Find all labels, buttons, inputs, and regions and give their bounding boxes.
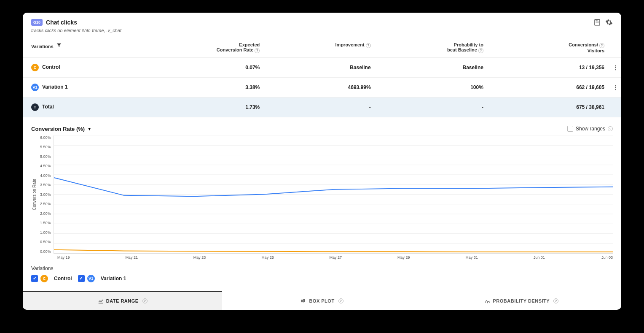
svg-rect-2 xyxy=(596,22,599,22)
report-icon[interactable] xyxy=(593,19,601,26)
cell-rate: 3.38% xyxy=(141,77,268,97)
col-prob-2: beat Baseline xyxy=(447,47,477,52)
cell-rate: 1.73% xyxy=(141,97,268,117)
box-plot-icon xyxy=(301,298,306,304)
table-row: CControl 0.07% Baseline Baseline 13 / 19… xyxy=(23,57,621,77)
cell-probability: - xyxy=(379,97,492,117)
variation-name: Variation 1 xyxy=(42,84,68,90)
chart-plot xyxy=(54,135,613,254)
cell-conversions: 675 / 38,961 xyxy=(492,97,621,117)
col-improvement: Improvement xyxy=(335,42,365,47)
variation-chip: V1 xyxy=(87,275,95,282)
variation-name: Total xyxy=(42,104,54,110)
tab-date-range[interactable]: DATE RANGE ? xyxy=(23,291,222,310)
legend-label: Control xyxy=(54,276,72,282)
view-tabs: DATE RANGE ? BOX PLOT ? PROBABILITY DENS… xyxy=(23,291,621,310)
svg-rect-0 xyxy=(595,19,600,25)
checkbox-checked-icon[interactable]: ✓ xyxy=(31,275,38,282)
tab-label: PROBABILITY DENSITY xyxy=(493,298,550,303)
show-ranges-toggle[interactable]: Show ranges ? xyxy=(567,126,613,132)
cell-improvement: Baseline xyxy=(268,57,379,77)
tab-probability-density[interactable]: PROBABILITY DENSITY ? xyxy=(422,291,621,310)
info-icon[interactable]: ? xyxy=(553,298,558,303)
info-icon[interactable]: ? xyxy=(599,43,604,48)
svg-rect-1 xyxy=(596,21,598,22)
col-prob-1: Probability to xyxy=(388,42,483,47)
info-icon[interactable]: ? xyxy=(478,48,483,53)
col-expected-1: Expected xyxy=(149,42,260,47)
legend-item[interactable]: ✓CControl xyxy=(31,275,72,282)
col-conv-2: Visitors xyxy=(500,48,604,53)
variation-chip: T xyxy=(31,103,39,111)
variation-chip: V1 xyxy=(31,84,39,91)
kebab-icon[interactable]: ⋮ xyxy=(613,67,619,68)
y-axis-label: Conversion Rate xyxy=(31,135,38,254)
variation-name: Control xyxy=(42,64,60,70)
legend-label: Variation 1 xyxy=(101,276,126,282)
page-title: Chat clicks xyxy=(46,19,77,26)
checkbox-checked-icon[interactable]: ✓ xyxy=(78,275,85,282)
cell-rate: 0.07% xyxy=(141,57,268,77)
col-expected-2: Conversion Rate xyxy=(217,47,253,52)
variation-chip: C xyxy=(40,275,48,282)
chart-section: Conversion Rate (%) ▼ Show ranges ? Conv… xyxy=(23,117,621,291)
line-chart-icon xyxy=(98,298,104,304)
info-icon[interactable]: ? xyxy=(142,298,148,303)
report-card: G10 Chat clicks tracks clicks on element… xyxy=(23,13,621,310)
table-row: TTotal 1.73% - - 675 / 38,961 xyxy=(23,97,621,117)
density-icon xyxy=(485,298,491,304)
legend-title: Variations xyxy=(31,265,613,271)
goal-badge: G10 xyxy=(31,19,43,26)
tab-label: DATE RANGE xyxy=(106,298,139,303)
tab-label: BOX PLOT xyxy=(309,298,334,303)
info-icon[interactable]: ? xyxy=(338,298,343,303)
chart-title[interactable]: Conversion Rate (%) xyxy=(31,126,85,132)
col-variations[interactable]: Variations xyxy=(31,44,54,49)
legend: ✓CControl✓V1Variation 1 xyxy=(31,275,613,282)
subtitle: tracks clicks on element #hfc-frame, .v_… xyxy=(23,28,621,38)
show-ranges-label: Show ranges xyxy=(576,126,605,132)
cell-conversions: 13 / 19,356⋮ xyxy=(492,57,621,77)
variations-table: Variations ExpectedConversion Rate? Impr… xyxy=(23,38,621,117)
variation-chip: C xyxy=(31,64,39,71)
cell-improvement: - xyxy=(268,97,379,117)
x-ticks: May 19May 21May 23May 25May 27May 29May … xyxy=(57,254,613,260)
info-icon[interactable]: ? xyxy=(255,48,260,53)
cell-probability: Baseline xyxy=(379,57,492,77)
cell-improvement: 4693.99% xyxy=(268,77,379,97)
cell-probability: 100% xyxy=(379,77,492,97)
info-icon[interactable]: ? xyxy=(608,126,613,131)
table-row: V1Variation 1 3.38% 4693.99% 100% 662 / … xyxy=(23,77,621,97)
checkbox-icon[interactable] xyxy=(567,126,573,132)
chevron-down-icon[interactable]: ▼ xyxy=(87,127,91,131)
cell-conversions: 662 / 19,605⋮ xyxy=(492,77,621,97)
header: G10 Chat clicks xyxy=(23,13,621,28)
legend-item[interactable]: ✓V1Variation 1 xyxy=(78,275,126,282)
gear-icon[interactable] xyxy=(605,19,613,26)
svg-rect-3 xyxy=(596,23,599,23)
filter-icon[interactable] xyxy=(56,42,62,48)
col-conv-1: Conversions/ xyxy=(569,42,598,47)
y-ticks: 6.00%5.50%5.00%4.50%4.00%3.50%3.00%2.50%… xyxy=(38,135,54,254)
kebab-icon[interactable]: ⋮ xyxy=(613,87,619,88)
tab-box-plot[interactable]: BOX PLOT ? xyxy=(222,291,421,310)
info-icon[interactable]: ? xyxy=(366,43,371,48)
